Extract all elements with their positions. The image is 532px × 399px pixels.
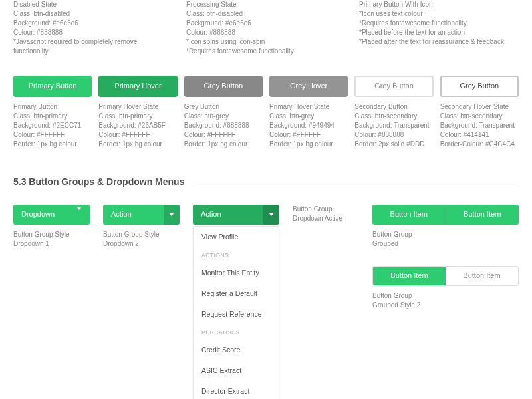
menu-item-credit-score[interactable]: Credit Score	[194, 340, 279, 360]
button-btn-secondary-hover[interactable]: Grey Button	[440, 76, 519, 97]
dropdown-2-button[interactable]: Action	[103, 205, 180, 225]
dropdown-3-label: Action	[201, 209, 221, 219]
dropdown-3-menu: View Profile ACTIONS Monitor This Entity…	[193, 226, 279, 399]
button-group-1: Button Item Button Item	[372, 205, 519, 225]
button-col-4: Grey ButtonSecondary ButtonClass: btn-se…	[354, 76, 433, 149]
button-btn-grey[interactable]: Grey Button	[184, 76, 263, 97]
group1-item-1[interactable]: Button Item	[372, 205, 446, 225]
button-col-1: Primary HoverPrimary Hover StateClass: b…	[98, 76, 177, 149]
button-desc-3: Primary Hover StateClass: btn-greyBackgr…	[269, 102, 348, 149]
button-btn-primary-hover[interactable]: Primary Hover	[98, 76, 177, 97]
dropdown-1-col: Dropdown Button Group Style Dropdown 1	[13, 205, 90, 399]
button-col-5: Grey ButtonSecondary Hover StateClass: b…	[440, 76, 519, 149]
dropdown-3-button[interactable]: Action	[193, 205, 279, 225]
button-col-3: Grey HoverPrimary Hover StateClass: btn-…	[269, 76, 348, 149]
desc-disabled-state: Disabled State Class: btn-disabled Backg…	[13, 0, 173, 56]
desc-primary-with-icon: Primary Button With Icon *Icon uses text…	[359, 0, 519, 56]
menu-item-asic-extract[interactable]: ASIC Extract	[194, 360, 279, 381]
dropdown-2-col: Action Button Group Style Dropdown 2	[103, 205, 180, 399]
button-desc-5: Secondary Hover StateClass: btn-secondar…	[440, 102, 519, 149]
section-title: 5.3 Button Groups & Dropdown Menus	[13, 176, 519, 189]
menu-header-purchases: PURCAHSES	[194, 324, 279, 340]
dropdowns-section: Dropdown Button Group Style Dropdown 1 A…	[13, 205, 519, 399]
caret-down-icon	[169, 213, 174, 216]
button-col-2: Grey ButtonGrey ButtonClass: btn-greyBac…	[184, 76, 263, 149]
button-groups-col: Button Item Button Item Button Group Gro…	[372, 205, 519, 399]
menu-item-register-default[interactable]: Register a Default	[194, 283, 279, 304]
menu-item-monitor[interactable]: Monitor This Entity	[194, 263, 279, 283]
button-variants-row: Primary ButtonPrimary ButtonClass: btn-p…	[13, 76, 519, 149]
group2-caption: Button Group Grouped Style 2	[372, 291, 519, 310]
menu-item-director-extract[interactable]: Director Extract	[194, 381, 279, 400]
dropdown-1-label: Dropdown	[21, 209, 55, 219]
dropdown-2-label: Action	[111, 209, 132, 219]
dropdown-3-caption-col: Button Group Dropdown Active	[293, 205, 359, 399]
button-col-0: Primary ButtonPrimary ButtonClass: btn-p…	[13, 76, 92, 149]
menu-item-view-profile[interactable]: View Profile	[194, 227, 279, 247]
dropdown-2-caption: Button Group Style Dropdown 2	[103, 230, 180, 249]
group1-caption: Button Group Grouped	[372, 230, 519, 249]
dropdown-1-button[interactable]: Dropdown	[13, 205, 90, 225]
desc-processing-state: Processing State Class: btn-disabled Bac…	[186, 0, 346, 56]
button-desc-0: Primary ButtonClass: btn-primaryBackgrou…	[13, 102, 92, 149]
button-btn-grey-hover[interactable]: Grey Hover	[269, 76, 348, 97]
dropdown-1-caption: Button Group Style Dropdown 1	[13, 230, 90, 249]
caret-down-icon	[269, 213, 274, 216]
menu-item-request-reference[interactable]: Request Reference	[194, 304, 279, 325]
group1-item-2[interactable]: Button Item	[446, 205, 519, 225]
dropdown-2-toggle[interactable]	[164, 205, 180, 225]
button-desc-4: Secondary ButtonClass: btn-secondaryBack…	[354, 102, 433, 149]
dropdown-3-col: Action View Profile ACTIONS Monitor This…	[193, 205, 279, 399]
button-desc-1: Primary Hover StateClass: btn-primaryBac…	[98, 102, 177, 149]
menu-header-actions: ACTIONS	[194, 247, 279, 263]
button-group-2: Button Item Button Item	[372, 266, 519, 286]
group2-item-2[interactable]: Button Item	[446, 267, 518, 285]
dropdown-3-caption: Button Group Dropdown Active	[293, 205, 359, 223]
caret-down-icon	[76, 209, 82, 219]
button-btn-secondary[interactable]: Grey Button	[354, 76, 433, 97]
top-descriptions: Disabled State Class: btn-disabled Backg…	[13, 0, 519, 56]
button-btn-primary[interactable]: Primary Button	[13, 76, 92, 97]
dropdown-3-toggle[interactable]	[263, 205, 279, 225]
button-desc-2: Grey ButtonClass: btn-greyBackground: #8…	[184, 102, 263, 149]
group2-item-1[interactable]: Button Item	[373, 267, 446, 285]
